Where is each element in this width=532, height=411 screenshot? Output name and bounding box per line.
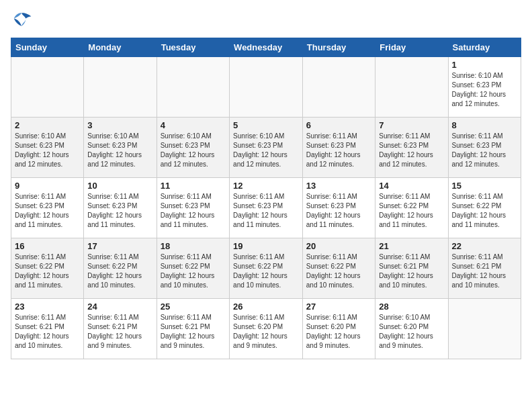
calendar-day-cell [157, 57, 229, 118]
day-info: Sunrise: 6:11 AM Sunset: 6:21 PM Dayligh… [161, 313, 226, 351]
day-info: Sunrise: 6:10 AM Sunset: 6:23 PM Dayligh… [87, 132, 152, 169]
calendar-day-cell: 13Sunrise: 6:11 AM Sunset: 6:23 PM Dayli… [302, 178, 375, 238]
day-number: 26 [233, 302, 299, 312]
calendar-day-cell: 11Sunrise: 6:11 AM Sunset: 6:23 PM Dayli… [157, 178, 229, 238]
calendar-day-cell: 17Sunrise: 6:11 AM Sunset: 6:22 PM Dayli… [84, 238, 157, 299]
day-number: 18 [161, 241, 226, 251]
day-number: 17 [87, 241, 152, 251]
page-header [11, 11, 521, 30]
calendar-day-cell: 1Sunrise: 6:10 AM Sunset: 6:23 PM Daylig… [448, 57, 521, 118]
day-number: 3 [87, 120, 152, 130]
day-info: Sunrise: 6:11 AM Sunset: 6:22 PM Dayligh… [87, 253, 152, 290]
weekday-header-thursday: Thursday [302, 38, 375, 57]
logo-icon [11, 11, 32, 30]
day-info: Sunrise: 6:11 AM Sunset: 6:22 PM Dayligh… [379, 192, 444, 230]
calendar-week-row: 1Sunrise: 6:10 AM Sunset: 6:23 PM Daylig… [11, 57, 521, 118]
calendar-day-cell: 4Sunrise: 6:10 AM Sunset: 6:23 PM Daylig… [157, 118, 229, 178]
day-info: Sunrise: 6:10 AM Sunset: 6:23 PM Dayligh… [233, 132, 299, 169]
calendar-day-cell: 15Sunrise: 6:11 AM Sunset: 6:22 PM Dayli… [448, 178, 521, 238]
day-number: 5 [233, 120, 299, 130]
day-info: Sunrise: 6:10 AM Sunset: 6:23 PM Dayligh… [15, 132, 80, 169]
day-info: Sunrise: 6:11 AM Sunset: 6:22 PM Dayligh… [233, 253, 299, 290]
day-info: Sunrise: 6:11 AM Sunset: 6:23 PM Dayligh… [452, 132, 518, 169]
day-number: 13 [306, 181, 371, 191]
calendar-day-cell: 24Sunrise: 6:11 AM Sunset: 6:21 PM Dayli… [84, 299, 157, 359]
calendar-day-cell: 5Sunrise: 6:10 AM Sunset: 6:23 PM Daylig… [230, 118, 303, 178]
day-info: Sunrise: 6:11 AM Sunset: 6:23 PM Dayligh… [15, 192, 80, 230]
day-info: Sunrise: 6:11 AM Sunset: 6:23 PM Dayligh… [161, 192, 226, 230]
weekday-header-row: SundayMondayTuesdayWednesdayThursdayFrid… [11, 38, 521, 57]
calendar-week-row: 23Sunrise: 6:11 AM Sunset: 6:21 PM Dayli… [11, 299, 521, 359]
weekday-header-friday: Friday [375, 38, 448, 57]
day-number: 24 [87, 302, 152, 312]
day-info: Sunrise: 6:11 AM Sunset: 6:23 PM Dayligh… [306, 192, 371, 230]
calendar-day-cell: 26Sunrise: 6:11 AM Sunset: 6:20 PM Dayli… [230, 299, 303, 359]
calendar-day-cell: 6Sunrise: 6:11 AM Sunset: 6:23 PM Daylig… [302, 118, 375, 178]
calendar-day-cell: 3Sunrise: 6:10 AM Sunset: 6:23 PM Daylig… [84, 118, 157, 178]
calendar-day-cell: 27Sunrise: 6:11 AM Sunset: 6:20 PM Dayli… [302, 299, 375, 359]
day-number: 12 [233, 181, 299, 191]
calendar-table: SundayMondayTuesdayWednesdayThursdayFrid… [11, 38, 521, 359]
calendar-day-cell: 14Sunrise: 6:11 AM Sunset: 6:22 PM Dayli… [375, 178, 448, 238]
calendar-day-cell [448, 299, 521, 359]
day-number: 22 [452, 241, 518, 251]
day-number: 4 [161, 120, 226, 130]
day-number: 7 [379, 120, 444, 130]
day-info: Sunrise: 6:11 AM Sunset: 6:21 PM Dayligh… [15, 313, 80, 351]
day-info: Sunrise: 6:11 AM Sunset: 6:21 PM Dayligh… [452, 253, 518, 290]
day-info: Sunrise: 6:11 AM Sunset: 6:21 PM Dayligh… [379, 253, 444, 290]
day-number: 11 [161, 181, 226, 191]
calendar-day-cell [375, 57, 448, 118]
day-number: 9 [15, 181, 80, 191]
day-info: Sunrise: 6:10 AM Sunset: 6:23 PM Dayligh… [452, 71, 518, 109]
calendar-day-cell [84, 57, 157, 118]
calendar-day-cell: 25Sunrise: 6:11 AM Sunset: 6:21 PM Dayli… [157, 299, 229, 359]
day-info: Sunrise: 6:11 AM Sunset: 6:23 PM Dayligh… [306, 132, 371, 169]
weekday-header-sunday: Sunday [11, 38, 84, 57]
weekday-header-monday: Monday [84, 38, 157, 57]
calendar-day-cell: 2Sunrise: 6:10 AM Sunset: 6:23 PM Daylig… [11, 118, 84, 178]
day-number: 2 [15, 120, 80, 130]
calendar-day-cell: 9Sunrise: 6:11 AM Sunset: 6:23 PM Daylig… [11, 178, 84, 238]
weekday-header-wednesday: Wednesday [230, 38, 303, 57]
day-number: 15 [452, 181, 518, 191]
day-number: 28 [379, 302, 444, 312]
calendar-day-cell: 7Sunrise: 6:11 AM Sunset: 6:23 PM Daylig… [375, 118, 448, 178]
day-info: Sunrise: 6:11 AM Sunset: 6:23 PM Dayligh… [379, 132, 444, 169]
calendar-day-cell: 22Sunrise: 6:11 AM Sunset: 6:21 PM Dayli… [448, 238, 521, 299]
weekday-header-tuesday: Tuesday [157, 38, 229, 57]
day-number: 6 [306, 120, 371, 130]
day-number: 27 [306, 302, 371, 312]
day-number: 20 [306, 241, 371, 251]
calendar-week-row: 9Sunrise: 6:11 AM Sunset: 6:23 PM Daylig… [11, 178, 521, 238]
day-info: Sunrise: 6:11 AM Sunset: 6:21 PM Dayligh… [87, 313, 152, 351]
calendar-day-cell [302, 57, 375, 118]
day-number: 19 [233, 241, 299, 251]
weekday-header-saturday: Saturday [448, 38, 521, 57]
day-info: Sunrise: 6:10 AM Sunset: 6:23 PM Dayligh… [161, 132, 226, 169]
calendar-day-cell: 18Sunrise: 6:11 AM Sunset: 6:22 PM Dayli… [157, 238, 229, 299]
day-number: 14 [379, 181, 444, 191]
logo [11, 11, 34, 30]
day-number: 1 [452, 60, 518, 70]
calendar-day-cell [230, 57, 303, 118]
calendar-day-cell: 28Sunrise: 6:10 AM Sunset: 6:20 PM Dayli… [375, 299, 448, 359]
day-number: 25 [161, 302, 226, 312]
day-info: Sunrise: 6:11 AM Sunset: 6:20 PM Dayligh… [233, 313, 299, 351]
calendar-day-cell: 8Sunrise: 6:11 AM Sunset: 6:23 PM Daylig… [448, 118, 521, 178]
calendar-day-cell: 10Sunrise: 6:11 AM Sunset: 6:23 PM Dayli… [84, 178, 157, 238]
day-info: Sunrise: 6:10 AM Sunset: 6:20 PM Dayligh… [379, 313, 444, 351]
day-info: Sunrise: 6:11 AM Sunset: 6:23 PM Dayligh… [87, 192, 152, 230]
calendar-day-cell: 16Sunrise: 6:11 AM Sunset: 6:22 PM Dayli… [11, 238, 84, 299]
day-number: 8 [452, 120, 518, 130]
calendar-week-row: 16Sunrise: 6:11 AM Sunset: 6:22 PM Dayli… [11, 238, 521, 299]
calendar-day-cell: 23Sunrise: 6:11 AM Sunset: 6:21 PM Dayli… [11, 299, 84, 359]
day-number: 21 [379, 241, 444, 251]
day-info: Sunrise: 6:11 AM Sunset: 6:20 PM Dayligh… [306, 313, 371, 351]
day-info: Sunrise: 6:11 AM Sunset: 6:22 PM Dayligh… [306, 253, 371, 290]
calendar-day-cell: 21Sunrise: 6:11 AM Sunset: 6:21 PM Dayli… [375, 238, 448, 299]
day-info: Sunrise: 6:11 AM Sunset: 6:22 PM Dayligh… [452, 192, 518, 230]
day-info: Sunrise: 6:11 AM Sunset: 6:23 PM Dayligh… [233, 192, 299, 230]
calendar-day-cell: 20Sunrise: 6:11 AM Sunset: 6:22 PM Dayli… [302, 238, 375, 299]
calendar-day-cell: 19Sunrise: 6:11 AM Sunset: 6:22 PM Dayli… [230, 238, 303, 299]
